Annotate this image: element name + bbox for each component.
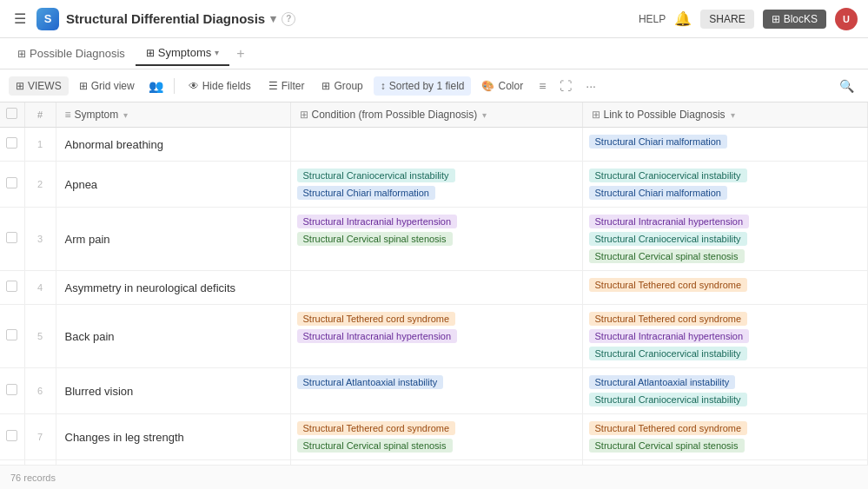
link-tag[interactable]: Structural Chiari malformation bbox=[589, 186, 728, 200]
row-checkbox[interactable] bbox=[6, 281, 17, 292]
views-button[interactable]: ⊞ VIEWS bbox=[9, 76, 69, 96]
table-row: 2ApneaStructural Craniocervical instabil… bbox=[0, 162, 868, 208]
cell-links[interactable]: Structural Chiari malformation bbox=[582, 128, 868, 162]
cell-conditions[interactable] bbox=[290, 271, 582, 305]
cell-symptom[interactable]: Changes in leg strength bbox=[56, 414, 290, 460]
row-checkbox[interactable] bbox=[6, 232, 17, 243]
link-tag[interactable]: Structural Tethered cord syndrome bbox=[589, 312, 748, 326]
link-tag[interactable]: Structural Atlantoaxial instability bbox=[589, 375, 736, 389]
link-tag[interactable]: Structural Craniocervical instability bbox=[589, 347, 747, 360]
cell-links[interactable]: Structural Tethered cord syndromeStructu… bbox=[582, 414, 868, 460]
col-symptom-header[interactable]: ≡ Symptom ▾ bbox=[56, 102, 290, 128]
share-button[interactable]: SHARE bbox=[700, 10, 753, 29]
hamburger-icon[interactable]: ☰ bbox=[10, 7, 30, 30]
search-button[interactable]: 🔍 bbox=[834, 76, 859, 96]
cell-links[interactable]: Structural Craniocervical instabilityStr… bbox=[582, 162, 868, 208]
tab-sym-dropdown[interactable]: ▾ bbox=[215, 48, 219, 57]
condition-tag[interactable]: Structural Chiari malformation bbox=[297, 186, 436, 200]
link-tag[interactable]: Structural Cervical spinal stenosis bbox=[589, 439, 745, 453]
fullscreen-button[interactable]: ⛶ bbox=[554, 76, 577, 96]
group-button[interactable]: ⊞ Group bbox=[315, 76, 369, 96]
filter-icon: ☰ bbox=[268, 80, 278, 92]
cell-symptom[interactable]: Blurred vision bbox=[56, 368, 290, 414]
table-row: 6Blurred visionStructural Atlantoaxial i… bbox=[0, 368, 868, 414]
toolbar: ⊞ VIEWS ⊞ Grid view 👥 👁 Hide fields ☰ Fi… bbox=[0, 69, 868, 102]
views-icon: ⊞ bbox=[16, 80, 24, 92]
row-height-button[interactable]: ≡ bbox=[533, 76, 551, 96]
cell-links[interactable]: Structural Tethered cord syndrome bbox=[582, 271, 868, 305]
row-checkbox[interactable] bbox=[6, 137, 17, 149]
color-button[interactable]: 🎨 Color bbox=[474, 76, 530, 96]
col-num: # bbox=[24, 102, 56, 128]
app-title-text: Structural Differential Diagnosis bbox=[66, 11, 265, 26]
cell-conditions[interactable] bbox=[290, 128, 582, 162]
cell-conditions[interactable]: Structural Craniocervical instabilityStr… bbox=[290, 162, 582, 208]
bell-icon[interactable]: 🔔 bbox=[674, 10, 692, 27]
row-number: 7 bbox=[24, 414, 56, 460]
condition-tag[interactable]: Structural Cervical spinal stenosis bbox=[297, 439, 453, 453]
condition-tag[interactable]: Structural Intracranial hypertension bbox=[297, 329, 458, 343]
more-button[interactable]: ··· bbox=[580, 76, 601, 96]
cell-conditions[interactable]: Structural Intracranial hypertensionStru… bbox=[290, 208, 582, 271]
tab-symptoms[interactable]: ⊞ Symptoms ▾ bbox=[136, 41, 229, 66]
color-icon: 🎨 bbox=[481, 80, 494, 92]
title-dropdown-icon[interactable]: ▾ bbox=[270, 12, 276, 25]
condition-sort-icon: ▾ bbox=[482, 110, 487, 120]
tab-possible-diagnosis[interactable]: ⊞ Possible Diagnosis bbox=[7, 42, 136, 65]
link-tag[interactable]: Structural Intracranial hypertension bbox=[589, 329, 750, 343]
sorted-button[interactable]: ↕ Sorted by 1 field bbox=[374, 76, 472, 96]
tab-add-button[interactable]: + bbox=[229, 43, 251, 65]
cell-symptom[interactable]: Asymmetry in neurological deficits bbox=[56, 271, 290, 305]
link-tag[interactable]: Structural Cervical spinal stenosis bbox=[589, 249, 745, 263]
cell-conditions[interactable]: Structural Tethered cord syndromeStructu… bbox=[290, 414, 582, 460]
col-link-header[interactable]: ⊞ Link to Possible Diagnosis ▾ bbox=[582, 102, 868, 128]
condition-col-icon: ⊞ bbox=[300, 109, 308, 121]
cell-conditions[interactable]: Structural Atlantoaxial instability bbox=[290, 368, 582, 414]
cell-symptom[interactable]: Back pain bbox=[56, 305, 290, 368]
col-condition-header[interactable]: ⊞ Condition (from Possible Diagnosis) ▾ bbox=[290, 102, 582, 128]
table-row: 4Asymmetry in neurological deficitsStruc… bbox=[0, 271, 868, 305]
cell-symptom[interactable]: Arm pain bbox=[56, 208, 290, 271]
row-checkbox[interactable] bbox=[6, 430, 17, 441]
hide-fields-button[interactable]: 👁 Hide fields bbox=[182, 76, 258, 96]
condition-tag[interactable]: Structural Tethered cord syndrome bbox=[297, 312, 456, 326]
link-tag[interactable]: Structural Craniocervical instability bbox=[589, 393, 747, 406]
toolbar-icon-1[interactable]: 👥 bbox=[145, 76, 167, 96]
app-title: Structural Differential Diagnosis ▾ ? bbox=[66, 11, 295, 26]
symptom-sort-icon: ▾ bbox=[123, 110, 128, 120]
condition-tag[interactable]: Structural Cervical spinal stenosis bbox=[297, 232, 453, 246]
link-tag[interactable]: Structural Chiari malformation bbox=[589, 135, 728, 149]
link-tag[interactable]: Structural Craniocervical instability bbox=[589, 232, 747, 246]
link-tag[interactable]: Structural Craniocervical instability bbox=[589, 169, 747, 182]
condition-tag[interactable]: Structural Tethered cord syndrome bbox=[297, 421, 456, 435]
row-checkbox[interactable] bbox=[6, 177, 17, 188]
link-tag[interactable]: Structural Intracranial hypertension bbox=[589, 215, 750, 228]
condition-tag[interactable]: Structural Intracranial hypertension bbox=[297, 215, 458, 228]
cell-links[interactable]: Structural Tethered cord syndromeStructu… bbox=[582, 305, 868, 368]
tab-bar: ⊞ Possible Diagnosis ⊞ Symptoms ▾ + bbox=[0, 38, 868, 69]
row-checkbox[interactable] bbox=[6, 329, 17, 340]
avatar[interactable]: U bbox=[835, 8, 858, 30]
divider-1 bbox=[174, 78, 175, 94]
link-tag[interactable]: Structural Tethered cord syndrome bbox=[589, 278, 748, 292]
header-checkbox[interactable] bbox=[6, 108, 17, 119]
cell-links[interactable]: Structural Atlantoaxial instabilityStruc… bbox=[582, 368, 868, 414]
blocks-button[interactable]: ⊞ BlocKS bbox=[763, 10, 826, 29]
title-info-icon[interactable]: ? bbox=[282, 12, 295, 26]
cell-conditions[interactable]: Structural Tethered cord syndromeStructu… bbox=[290, 305, 582, 368]
cell-links[interactable]: Structural Intracranial hypertensionStru… bbox=[582, 208, 868, 271]
condition-tag[interactable]: Structural Atlantoaxial instability bbox=[297, 375, 444, 389]
link-tag[interactable]: Structural Tethered cord syndrome bbox=[589, 421, 748, 435]
row-checkbox[interactable] bbox=[6, 384, 17, 395]
condition-tag[interactable]: Structural Craniocervical instability bbox=[297, 169, 455, 182]
table-row: 5Back painStructural Tethered cord syndr… bbox=[0, 305, 868, 368]
grid-view-button[interactable]: ⊞ Grid view bbox=[72, 76, 142, 96]
table-row: 3Arm painStructural Intracranial hyperte… bbox=[0, 208, 868, 271]
group-icon: ⊞ bbox=[321, 80, 330, 92]
help-button[interactable]: HELP bbox=[639, 13, 666, 25]
row-number: 2 bbox=[24, 162, 56, 208]
cell-symptom[interactable]: Apnea bbox=[56, 162, 290, 208]
col-checkbox bbox=[0, 102, 24, 128]
cell-symptom[interactable]: Abnormal breathing bbox=[56, 128, 290, 162]
filter-button[interactable]: ☰ Filter bbox=[262, 76, 312, 96]
